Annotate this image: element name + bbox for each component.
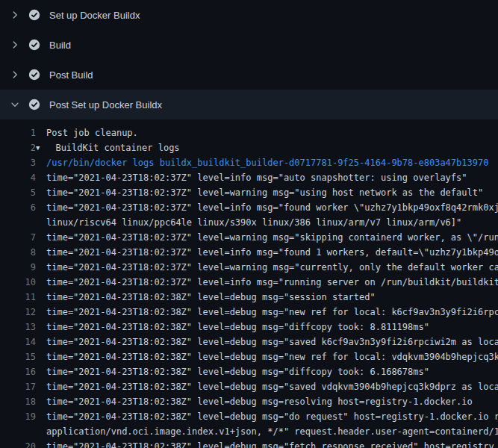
- line-text: BuildKit container logs: [55, 140, 179, 155]
- log-line: 15 time="2021-04-23T18:02:38Z" level=deb…: [0, 349, 498, 364]
- line-text: time="2021-04-23T18:02:38Z" level=debug …: [46, 379, 498, 394]
- line-text: time="2021-04-23T18:02:38Z" level=debug …: [46, 394, 473, 409]
- line-number[interactable]: 9: [0, 260, 36, 275]
- line-text: time="2021-04-23T18:02:37Z" level=info m…: [46, 245, 498, 260]
- line-number[interactable]: 18: [0, 394, 36, 409]
- check-circle-icon: [28, 99, 40, 111]
- section-expand-chevron: [9, 9, 21, 21]
- line-number[interactable]: 14: [0, 335, 36, 349]
- log-line: 17 time="2021-04-23T18:02:38Z" level=deb…: [0, 379, 498, 394]
- line-number[interactable]: 15: [0, 349, 36, 364]
- line-number[interactable]: 10: [0, 275, 36, 290]
- line-text: time="2021-04-23T18:02:38Z" level=debug …: [46, 305, 498, 320]
- log-line[interactable]: 2 ▼ BuildKit container logs: [0, 140, 498, 155]
- section-label: Post Build: [49, 69, 93, 81]
- line-number[interactable]: 2: [0, 140, 36, 155]
- line-text: time="2021-04-23T18:02:37Z" level=warnin…: [46, 185, 483, 200]
- line-text: time="2021-04-23T18:02:38Z" level=debug …: [46, 409, 498, 439]
- log-line: 19 time="2021-04-23T18:02:38Z" level=deb…: [0, 409, 498, 439]
- log-line: 4 time="2021-04-23T18:02:37Z" level=info…: [0, 170, 498, 185]
- section-label: Post Set up Docker Buildx: [49, 99, 162, 111]
- line-text: time="2021-04-23T18:02:37Z" level=info m…: [46, 275, 498, 290]
- chevron-right-icon: [10, 10, 20, 20]
- line-text: time="2021-04-23T18:02:38Z" level=debug …: [46, 364, 429, 379]
- log-line: 1 Post job cleanup.: [0, 125, 498, 140]
- line-number[interactable]: 1: [0, 125, 36, 140]
- line-text: time="2021-04-23T18:02:37Z" level=warnin…: [46, 230, 498, 245]
- log-line: 12 time="2021-04-23T18:02:38Z" level=deb…: [0, 305, 498, 320]
- line-number[interactable]: 5: [0, 185, 36, 200]
- check-circle-icon: [28, 69, 40, 81]
- line-text: time="2021-04-23T18:02:38Z" level=debug …: [46, 320, 429, 335]
- check-circle-icon: [28, 39, 40, 51]
- chevron-right-icon: [10, 40, 20, 50]
- log-line: 6 time="2021-04-23T18:02:37Z" level=info…: [0, 200, 498, 230]
- command-line-text: /usr/bin/docker logs buildx_buildkit_bui…: [46, 155, 488, 170]
- line-number[interactable]: 13: [0, 320, 36, 335]
- log-output: 1 Post job cleanup. 2 ▼ BuildKit contain…: [0, 119, 498, 448]
- line-text: time="2021-04-23T18:02:37Z" level=warnin…: [46, 260, 498, 275]
- log-line: 10 time="2021-04-23T18:02:37Z" level=inf…: [0, 275, 498, 290]
- line-number[interactable]: 8: [0, 245, 36, 260]
- log-line: 11 time="2021-04-23T18:02:38Z" level=deb…: [0, 290, 498, 305]
- line-number[interactable]: 16: [0, 364, 36, 379]
- log-section-header-3[interactable]: Post Set up Docker Buildx: [0, 90, 498, 119]
- log-line: 5 time="2021-04-23T18:02:37Z" level=warn…: [0, 185, 498, 200]
- section-expand-chevron: [9, 69, 21, 81]
- line-number[interactable]: 20: [0, 439, 36, 448]
- log-section-header-1[interactable]: Build: [0, 30, 498, 60]
- line-text: Post job cleanup.: [46, 125, 138, 140]
- log-line: 9 time="2021-04-23T18:02:37Z" level=warn…: [0, 260, 498, 275]
- actions-log-viewer: { "colors": { "bg": "#0d1117", "active_b…: [0, 0, 498, 448]
- line-text: time="2021-04-23T18:02:37Z" level=info m…: [46, 170, 467, 185]
- step-sections: Set up Docker Buildx Build: [0, 0, 498, 119]
- log-line: 14 time="2021-04-23T18:02:38Z" level=deb…: [0, 335, 498, 349]
- log-line: 13 time="2021-04-23T18:02:38Z" level=deb…: [0, 320, 498, 335]
- section-label: Build: [49, 40, 71, 51]
- group-caret-icon[interactable]: ▼: [36, 140, 40, 155]
- line-number[interactable]: 19: [0, 409, 36, 424]
- line-number[interactable]: 12: [0, 305, 36, 320]
- line-number[interactable]: 6: [0, 200, 36, 215]
- line-text: time="2021-04-23T18:02:38Z" level=debug …: [46, 349, 498, 364]
- log-section-header-0[interactable]: Set up Docker Buildx: [0, 0, 498, 30]
- line-text: time="2021-04-23T18:02:37Z" level=info m…: [46, 200, 498, 230]
- line-text: time="2021-04-23T18:02:38Z" level=debug …: [46, 439, 494, 448]
- log-line: 3 /usr/bin/docker logs buildx_buildkit_b…: [0, 155, 498, 170]
- line-number[interactable]: 3: [0, 155, 36, 170]
- check-circle-icon: [28, 9, 40, 21]
- line-number[interactable]: 17: [0, 379, 36, 394]
- section-expand-chevron: [9, 39, 21, 51]
- log-line: 20 time="2021-04-23T18:02:38Z" level=deb…: [0, 439, 498, 448]
- log-line: 8 time="2021-04-23T18:02:37Z" level=info…: [0, 245, 498, 260]
- log-line: 7 time="2021-04-23T18:02:37Z" level=warn…: [0, 230, 498, 245]
- log-section-header-2[interactable]: Post Build: [0, 60, 498, 90]
- line-text: time="2021-04-23T18:02:38Z" level=debug …: [46, 335, 498, 349]
- log-line: 18 time="2021-04-23T18:02:38Z" level=deb…: [0, 394, 498, 409]
- line-number[interactable]: 11: [0, 290, 36, 305]
- section-expand-chevron: [9, 99, 21, 111]
- line-text: time="2021-04-23T18:02:38Z" level=debug …: [46, 290, 376, 305]
- section-label: Set up Docker Buildx: [49, 10, 140, 21]
- log-line: 16 time="2021-04-23T18:02:38Z" level=deb…: [0, 364, 498, 379]
- line-number[interactable]: 4: [0, 170, 36, 185]
- chevron-down-icon: [10, 99, 20, 110]
- chevron-right-icon: [10, 69, 20, 80]
- line-number[interactable]: 7: [0, 230, 36, 245]
